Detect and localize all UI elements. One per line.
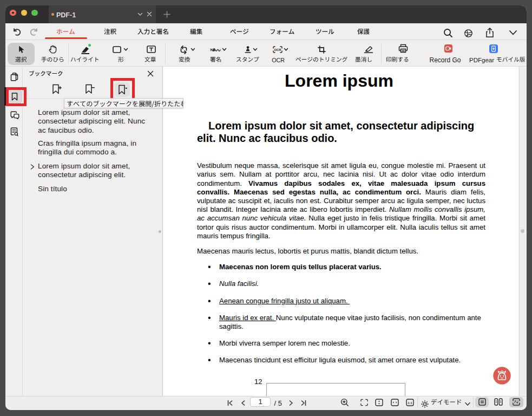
svg-text:1:1: 1:1	[408, 401, 412, 404]
svg-text:OCR: OCR	[274, 48, 281, 51]
